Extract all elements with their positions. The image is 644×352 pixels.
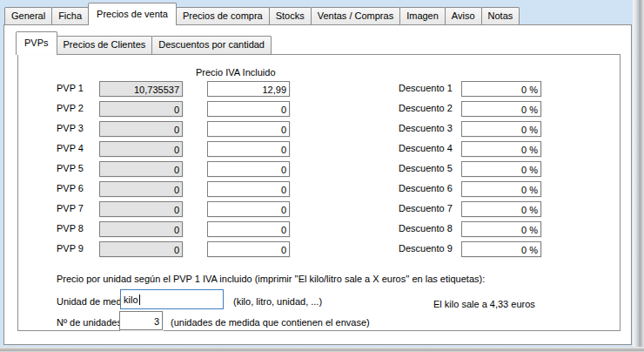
discount-row-label: Descuento 3 bbox=[399, 123, 453, 134]
discount-field[interactable]: 0 % bbox=[461, 121, 541, 137]
sub-tab-bar: PVPsPrecios de ClientesDescuentos por ca… bbox=[16, 31, 271, 54]
pvp-row-label: PVP 3 bbox=[57, 123, 84, 134]
number-of-units-hint: (unidades de medida que contienen el env… bbox=[171, 317, 370, 328]
pvp-iva-price-field[interactable]: 0 bbox=[207, 201, 290, 217]
tab-notas[interactable]: Notas bbox=[481, 7, 520, 24]
tab-stocks[interactable]: Stocks bbox=[269, 7, 312, 24]
discount-row-label: Descuento 7 bbox=[399, 203, 453, 214]
discount-field[interactable]: 0 % bbox=[461, 181, 541, 197]
pvp-row-label: PVP 7 bbox=[57, 203, 84, 214]
pvp-net-price-field: 0 bbox=[99, 161, 183, 177]
app-window: { "window": { "main_tabs": ["General","F… bbox=[0, 0, 644, 352]
pvp-row-label: PVP 1 bbox=[57, 83, 84, 94]
discount-row-label: Descuento 4 bbox=[399, 143, 453, 154]
pvp-net-price-field: 0 bbox=[99, 201, 183, 217]
tab-precios-de-venta[interactable]: Precios de venta bbox=[88, 3, 177, 25]
discount-field[interactable]: 0 % bbox=[461, 81, 541, 97]
pvp-frame: Precio IVA Incluido Precio por unidad se… bbox=[17, 54, 621, 331]
pvp-iva-price-field[interactable]: 0 bbox=[207, 241, 290, 257]
discount-row-label: Descuento 5 bbox=[399, 163, 453, 174]
unit-of-measure-value: kilo bbox=[124, 294, 138, 305]
unit-of-measure-input[interactable]: kilo bbox=[120, 289, 224, 309]
main-tab-bar: GeneralFichaPrecios de ventaPrecios de c… bbox=[4, 3, 519, 24]
subtab-precios-de-clientes[interactable]: Precios de Clientes bbox=[57, 36, 153, 54]
pvp-net-price-field: 0 bbox=[99, 101, 183, 117]
window-bottom-shadow bbox=[0, 347, 644, 352]
tab-ventas-compras[interactable]: Ventas / Compras bbox=[311, 7, 400, 24]
discount-row-label: Descuento 9 bbox=[399, 243, 453, 254]
text-caret bbox=[139, 294, 140, 305]
pvp-iva-price-field[interactable]: 0 bbox=[207, 181, 290, 197]
discount-field[interactable]: 0 % bbox=[461, 161, 541, 177]
pvp-iva-price-field[interactable]: 0 bbox=[207, 221, 290, 237]
iva-column-header: Precio IVA Incluido bbox=[196, 67, 276, 78]
discount-field[interactable]: 0 % bbox=[461, 101, 541, 117]
pvp-net-price-field: 10,735537 bbox=[99, 81, 183, 97]
pvp-net-price-field: 0 bbox=[99, 121, 183, 137]
subtab-descuentos-por-cantidad[interactable]: Descuentos por cantidad bbox=[151, 36, 272, 54]
tab-general[interactable]: General bbox=[4, 7, 52, 24]
unit-price-heading: Precio por unidad según el PVP 1 IVA inc… bbox=[57, 274, 485, 285]
discount-field[interactable]: 0 % bbox=[461, 241, 541, 257]
discount-field[interactable]: 0 % bbox=[461, 141, 541, 157]
precios-de-venta-page: PVPsPrecios de ClientesDescuentos por ca… bbox=[3, 24, 632, 345]
unit-price-result-text: El kilo sale a 4,33 euros bbox=[433, 299, 535, 310]
pvp-net-price-field: 0 bbox=[99, 181, 183, 197]
tab-imagen[interactable]: Imagen bbox=[399, 7, 446, 24]
number-of-units-label: Nº de unidades bbox=[57, 317, 122, 328]
unit-of-measure-hint: (kilo, litro, unidad, ...) bbox=[233, 296, 322, 308]
discount-row-label: Descuento 6 bbox=[399, 183, 453, 194]
number-of-units-input[interactable]: 3 bbox=[119, 311, 163, 330]
discount-row-label: Descuento 1 bbox=[399, 83, 453, 94]
pvp-row-label: PVP 9 bbox=[57, 243, 84, 254]
discount-field[interactable]: 0 % bbox=[461, 221, 541, 237]
tab-precios-de-compra[interactable]: Precios de compra bbox=[176, 7, 270, 24]
pvp-iva-price-field[interactable]: 0 bbox=[207, 101, 290, 117]
discount-row-label: Descuento 2 bbox=[399, 103, 453, 114]
pvp-iva-price-field[interactable]: 0 bbox=[207, 141, 290, 157]
pvp-row-label: PVP 5 bbox=[57, 163, 84, 174]
pvp-iva-price-field[interactable]: 0 bbox=[207, 161, 290, 177]
pvp-row-label: PVP 6 bbox=[57, 183, 84, 194]
pvp-iva-price-field[interactable]: 0 bbox=[207, 121, 290, 137]
pvp-iva-price-field[interactable]: 12,99 bbox=[207, 81, 290, 97]
pvp-row-label: PVP 8 bbox=[57, 223, 84, 234]
pvp-net-price-field: 0 bbox=[99, 221, 183, 237]
tab-aviso[interactable]: Aviso bbox=[445, 7, 482, 24]
pvp-net-price-field: 0 bbox=[99, 141, 183, 157]
pvp-net-price-field: 0 bbox=[99, 241, 183, 257]
pvp-row-label: PVP 2 bbox=[57, 103, 84, 114]
discount-row-label: Descuento 8 bbox=[399, 223, 453, 234]
window-right-shadow bbox=[633, 0, 644, 352]
discount-field[interactable]: 0 % bbox=[461, 201, 541, 217]
tab-ficha[interactable]: Ficha bbox=[51, 7, 89, 24]
pvp-row-label: PVP 4 bbox=[57, 143, 84, 154]
subtab-pvps[interactable]: PVPs bbox=[16, 31, 57, 55]
